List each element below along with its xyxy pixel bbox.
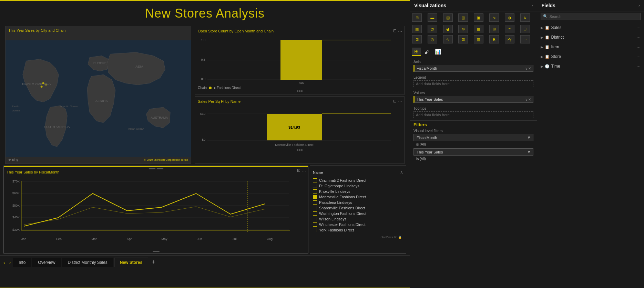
viz-icon-clustered[interactable]: ▥ <box>458 13 468 22</box>
list-item[interactable]: Pasadena Lindseys <box>313 200 403 205</box>
list-item[interactable]: Knoxville Lindseys <box>313 189 403 194</box>
search-input[interactable] <box>549 14 638 19</box>
values-chip-controls[interactable]: ∨ ✕ <box>525 98 531 101</box>
viz-panel-arrow[interactable]: › <box>531 3 533 8</box>
viz-panel: Visualizations › ⊞ ▬ ▤ ▥ ▣ ∿ ◑ ≋ ▦ ◔ ◕ ⊕… <box>410 0 537 288</box>
filter2-arrow[interactable]: ∨ <box>528 150 530 154</box>
svg-text:$60K: $60K <box>12 191 20 195</box>
time-expand-arrow: ▶ <box>541 64 543 68</box>
list-item[interactable]: Cincinnati 2 Fashions Direct <box>313 178 403 183</box>
viz-icon-100pct[interactable]: ▣ <box>474 13 483 22</box>
world-map-svg: NORTH AMERICA SOUTH AMERICA EUROPE AFRIC… <box>6 34 191 163</box>
format-analytics-tab[interactable]: 📊 <box>433 48 443 56</box>
viz-icon-more[interactable]: ··· <box>520 35 530 43</box>
list-item[interactable]: Ft. Oglethorpe Lindseys <box>313 183 403 189</box>
viz-icon-scatter[interactable]: ◔ <box>428 25 437 33</box>
svg-text:AFRICA: AFRICA <box>95 99 108 103</box>
list-item[interactable]: Monroeville Fashions Direct <box>313 194 403 200</box>
viz-icon-pie[interactable]: ◕ <box>443 25 453 33</box>
open-store-svg: 1.0 0.5 0.0 Jan <box>198 36 401 84</box>
legend-placeholder[interactable]: Add data fields here <box>413 80 533 87</box>
list-item[interactable]: Sharonville Fashions Direct <box>313 205 403 211</box>
tab-info[interactable]: Info <box>13 258 31 267</box>
fields-panel-arrow[interactable]: › <box>638 3 640 8</box>
legend-collapse-icon[interactable]: ∧ <box>400 170 403 175</box>
format-paint-tab[interactable]: 🖌 <box>422 48 431 56</box>
sales-group-dots[interactable]: ··· <box>636 25 641 30</box>
svg-text:Ocean: Ocean <box>12 109 20 112</box>
viz-icon-card[interactable]: ◎ <box>428 35 437 43</box>
svg-text:Indian Ocean: Indian Ocean <box>128 127 144 130</box>
svg-text:AUSTRALIA: AUSTRALIA <box>151 116 168 119</box>
viz-icon-map[interactable]: ⊞ <box>489 25 499 33</box>
values-well: Values This Year Sales ∨ ✕ <box>410 89 537 105</box>
tooltips-label: Tooltips <box>413 106 533 110</box>
list-item[interactable]: York Fashions Direct <box>313 227 403 233</box>
viz-icon-gauge[interactable]: ⊠ <box>412 35 422 43</box>
list-item[interactable]: Wilson Lindseys <box>313 216 403 222</box>
line-chart-more-icon[interactable]: ··· <box>302 168 306 173</box>
tab-prev-button[interactable]: ‹ <box>1 258 7 267</box>
format-fields-tab[interactable]: ⊞ <box>412 48 421 56</box>
store-group-dots[interactable]: ··· <box>636 54 641 59</box>
viz-icon-waterfall[interactable]: ▦ <box>412 25 422 33</box>
legend-item-label: Sharonville Fashions Direct <box>319 206 365 210</box>
open-store-expand-icon[interactable]: ⊡ <box>393 28 397 34</box>
viz-icon-ribbon[interactable]: ≋ <box>520 13 530 22</box>
viz-icon-python[interactable]: Py <box>505 35 514 43</box>
viz-icon-filled-map[interactable]: ≡ <box>505 25 514 33</box>
legend-item-label: York Fashions Direct <box>319 228 354 232</box>
list-item[interactable]: Winchester Fashions Direct <box>313 222 403 227</box>
viz-icon-r[interactable]: R <box>489 35 499 43</box>
legend-item-label: Ft. Oglethorpe Lindseys <box>319 184 359 188</box>
fields-panel: Fields › 🔍 ▶ 📋 Sales ··· <box>537 0 644 288</box>
viz-icon-stacked-bar[interactable]: ▤ <box>443 13 453 22</box>
legend-item-label: Wilson Lindseys <box>319 217 346 221</box>
viz-icon-area[interactable]: ◑ <box>505 13 514 22</box>
filter1-chip[interactable]: FiscalMonth ∨ <box>413 134 533 141</box>
svg-text:Apr: Apr <box>127 237 132 241</box>
tab-new-stores[interactable]: New Stores <box>114 258 148 267</box>
filters-title: Filters <box>413 122 533 127</box>
tab-overview[interactable]: Overview <box>32 258 61 267</box>
viz-icon-kpi[interactable]: ∿ <box>443 35 453 43</box>
fields-search-box[interactable]: 🔍 <box>541 13 641 20</box>
line-chart-expand-icon[interactable]: ⊡ <box>297 168 300 173</box>
open-store-more-icon[interactable]: ··· <box>398 28 402 34</box>
viz-icon-table[interactable]: ⊞ <box>412 13 422 22</box>
sales-sqft-expand-icon[interactable]: ⊡ <box>393 99 397 104</box>
viz-icon-treemap[interactable]: ▦ <box>474 25 483 33</box>
tab-add-button[interactable]: + <box>149 257 158 267</box>
filter1-arrow[interactable]: ∨ <box>528 135 530 140</box>
map-body[interactable]: NORTH AMERICA SOUTH AMERICA EUROPE AFRIC… <box>6 34 191 163</box>
tooltips-placeholder[interactable]: Add data fields here <box>413 111 533 118</box>
time-group-dots[interactable]: ··· <box>636 63 641 69</box>
field-group-item-header[interactable]: ▶ 📋 Item ··· <box>541 43 641 51</box>
viz-icon-bar[interactable]: ▬ <box>428 13 437 22</box>
chain-label: Chain <box>198 86 207 90</box>
legend-header: Name ∧ <box>313 170 403 175</box>
axis-chip-controls[interactable]: ∨ ✕ <box>525 67 531 70</box>
viz-icon-donut[interactable]: ⊕ <box>458 25 468 33</box>
viz-icon-slicer[interactable]: ⊡ <box>458 35 468 43</box>
viz-icon-funnel[interactable]: ⊟ <box>520 25 530 33</box>
field-group-time-header[interactable]: ▶ 🕐 Time ··· <box>541 62 641 70</box>
top-drag-handle <box>149 168 163 170</box>
tab-district-monthly[interactable]: District Monthly Sales <box>62 258 113 267</box>
item-group-dots[interactable]: ··· <box>636 44 641 50</box>
viz-icon-line[interactable]: ∿ <box>489 13 499 22</box>
axis-label: Axis <box>413 60 533 64</box>
district-group-dots[interactable]: ··· <box>636 34 641 40</box>
field-group-district-header[interactable]: ▶ 📋 District ··· <box>541 33 641 41</box>
viz-icon-matrix[interactable]: ▥ <box>474 35 483 43</box>
svg-text:Aug: Aug <box>267 237 273 241</box>
viz-icons-row2: ▦ ◔ ◕ ⊕ ▦ ⊞ ≡ ⊟ <box>410 24 537 34</box>
tab-next-button[interactable]: › <box>7 258 13 267</box>
list-item[interactable]: Washington Fashions Direct <box>313 211 403 216</box>
filter2-chip[interactable]: This Year Sales ∨ <box>413 148 533 156</box>
axis-field-chip: FiscalMonth ∨ ✕ <box>413 65 533 72</box>
field-group-store-header[interactable]: ▶ 📋 Store ··· <box>541 53 641 60</box>
sales-sqft-more-icon[interactable]: ··· <box>398 99 402 104</box>
field-group-sales-header[interactable]: ▶ 📋 Sales ··· <box>541 24 641 31</box>
legend-item-label: Pasadena Lindseys <box>319 200 352 205</box>
